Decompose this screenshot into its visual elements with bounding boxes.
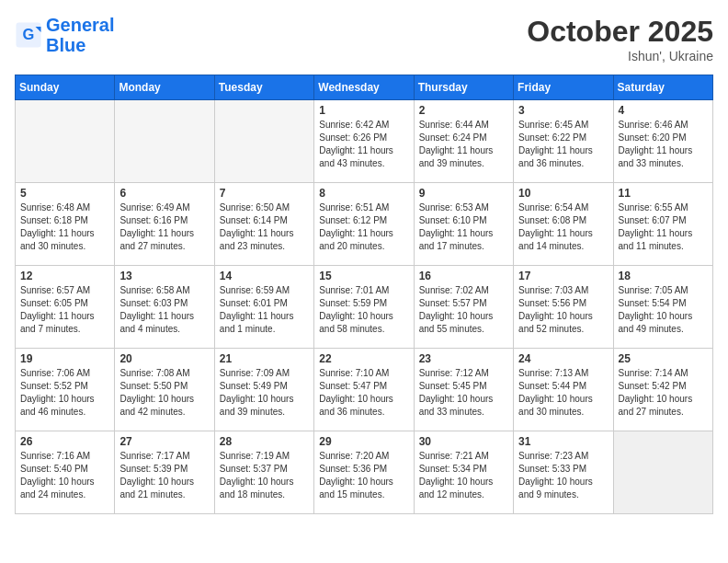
day-number: 28 [220, 435, 309, 448]
day-info: Sunrise: 6:44 AMSunset: 6:24 PMDaylight:… [419, 119, 508, 170]
calendar-cell: 22Sunrise: 7:10 AMSunset: 5:47 PMDayligh… [314, 349, 414, 431]
calendar-cell: 24Sunrise: 7:13 AMSunset: 5:44 PMDayligh… [514, 349, 613, 431]
day-number: 12 [20, 270, 109, 282]
day-number: 5 [20, 187, 109, 200]
weekday-header-friday: Friday [514, 75, 613, 100]
calendar-cell: 6Sunrise: 6:49 AMSunset: 6:16 PMDaylight… [115, 183, 214, 266]
day-info: Sunrise: 7:05 AMSunset: 5:54 PMDaylight:… [619, 284, 708, 336]
page-header: G GeneralBlue October 2025 Ishun', Ukrai… [15, 15, 713, 63]
logo-text: GeneralBlue [46, 15, 114, 55]
calendar-cell: 18Sunrise: 7:05 AMSunset: 5:54 PMDayligh… [613, 266, 712, 349]
calendar-cell: 3Sunrise: 6:45 AMSunset: 6:22 PMDaylight… [514, 100, 613, 183]
day-info: Sunrise: 6:42 AMSunset: 6:26 PMDaylight:… [319, 119, 408, 170]
day-number: 25 [619, 352, 708, 365]
day-info: Sunrise: 7:06 AMSunset: 5:52 PMDaylight:… [20, 367, 109, 419]
day-info: Sunrise: 7:20 AMSunset: 5:36 PMDaylight:… [319, 450, 408, 501]
day-info: Sunrise: 6:46 AMSunset: 6:20 PMDaylight:… [619, 119, 708, 170]
weekday-header-saturday: Saturday [613, 75, 712, 100]
month-title: October 2025 [527, 15, 713, 49]
day-number: 15 [319, 270, 408, 282]
weekday-header-row: SundayMondayTuesdayWednesdayThursdayFrid… [16, 75, 713, 100]
calendar-cell [115, 100, 214, 183]
day-info: Sunrise: 7:12 AMSunset: 5:45 PMDaylight:… [419, 367, 508, 419]
calendar-cell: 19Sunrise: 7:06 AMSunset: 5:52 PMDayligh… [16, 349, 115, 431]
day-info: Sunrise: 7:23 AMSunset: 5:33 PMDaylight:… [518, 450, 608, 501]
week-row-1: 5Sunrise: 6:48 AMSunset: 6:18 PMDaylight… [16, 183, 713, 266]
day-number: 17 [518, 270, 608, 282]
calendar-table: SundayMondayTuesdayWednesdayThursdayFrid… [15, 75, 713, 514]
day-number: 30 [419, 435, 508, 448]
calendar-cell: 23Sunrise: 7:12 AMSunset: 5:45 PMDayligh… [414, 349, 513, 431]
weekday-header-sunday: Sunday [16, 75, 115, 100]
weekday-header-thursday: Thursday [414, 75, 513, 100]
location: Ishun', Ukraine [527, 49, 713, 63]
svg-text:G: G [23, 26, 35, 42]
week-row-0: 1Sunrise: 6:42 AMSunset: 6:26 PMDaylight… [16, 100, 713, 183]
day-info: Sunrise: 7:01 AMSunset: 5:59 PMDaylight:… [319, 284, 408, 336]
day-info: Sunrise: 7:10 AMSunset: 5:47 PMDaylight:… [319, 367, 408, 419]
day-info: Sunrise: 6:54 AMSunset: 6:08 PMDaylight:… [518, 201, 608, 253]
calendar-cell: 30Sunrise: 7:21 AMSunset: 5:34 PMDayligh… [414, 431, 513, 514]
day-number: 9 [419, 187, 508, 200]
day-number: 10 [518, 187, 608, 200]
day-info: Sunrise: 7:19 AMSunset: 5:37 PMDaylight:… [220, 450, 309, 501]
day-number: 27 [119, 435, 209, 448]
weekday-header-wednesday: Wednesday [314, 75, 414, 100]
calendar-cell: 7Sunrise: 6:50 AMSunset: 6:14 PMDaylight… [214, 183, 313, 266]
day-info: Sunrise: 7:17 AMSunset: 5:39 PMDaylight:… [119, 450, 209, 501]
weekday-header-tuesday: Tuesday [214, 75, 313, 100]
day-info: Sunrise: 7:16 AMSunset: 5:40 PMDaylight:… [20, 450, 109, 501]
day-info: Sunrise: 6:59 AMSunset: 6:01 PMDaylight:… [220, 284, 309, 336]
day-number: 22 [319, 352, 408, 365]
calendar-cell: 8Sunrise: 6:51 AMSunset: 6:12 PMDaylight… [314, 183, 414, 266]
week-row-2: 12Sunrise: 6:57 AMSunset: 6:05 PMDayligh… [16, 266, 713, 349]
day-number: 14 [220, 270, 309, 282]
day-info: Sunrise: 6:45 AMSunset: 6:22 PMDaylight:… [518, 119, 608, 170]
day-number: 19 [20, 352, 109, 365]
calendar-cell: 13Sunrise: 6:58 AMSunset: 6:03 PMDayligh… [115, 266, 214, 349]
calendar-cell: 15Sunrise: 7:01 AMSunset: 5:59 PMDayligh… [314, 266, 414, 349]
day-number: 18 [619, 270, 708, 282]
calendar-cell: 26Sunrise: 7:16 AMSunset: 5:40 PMDayligh… [16, 431, 115, 514]
calendar-cell: 10Sunrise: 6:54 AMSunset: 6:08 PMDayligh… [514, 183, 613, 266]
calendar-cell: 29Sunrise: 7:20 AMSunset: 5:36 PMDayligh… [314, 431, 414, 514]
calendar-cell: 27Sunrise: 7:17 AMSunset: 5:39 PMDayligh… [115, 431, 214, 514]
day-number: 2 [419, 104, 508, 117]
calendar-cell: 5Sunrise: 6:48 AMSunset: 6:18 PMDaylight… [16, 183, 115, 266]
day-info: Sunrise: 6:53 AMSunset: 6:10 PMDaylight:… [419, 201, 508, 253]
day-info: Sunrise: 7:03 AMSunset: 5:56 PMDaylight:… [518, 284, 608, 336]
day-info: Sunrise: 7:21 AMSunset: 5:34 PMDaylight:… [419, 450, 508, 501]
calendar-cell: 14Sunrise: 6:59 AMSunset: 6:01 PMDayligh… [214, 266, 313, 349]
calendar-cell: 9Sunrise: 6:53 AMSunset: 6:10 PMDaylight… [414, 183, 513, 266]
day-info: Sunrise: 6:51 AMSunset: 6:12 PMDaylight:… [319, 201, 408, 253]
day-number: 21 [220, 352, 309, 365]
day-info: Sunrise: 6:49 AMSunset: 6:16 PMDaylight:… [119, 201, 209, 253]
calendar-cell: 16Sunrise: 7:02 AMSunset: 5:57 PMDayligh… [414, 266, 513, 349]
week-row-4: 26Sunrise: 7:16 AMSunset: 5:40 PMDayligh… [16, 431, 713, 514]
day-number: 31 [518, 435, 608, 448]
calendar-cell: 4Sunrise: 6:46 AMSunset: 6:20 PMDaylight… [613, 100, 712, 183]
day-number: 20 [119, 352, 209, 365]
day-number: 6 [119, 187, 209, 200]
day-info: Sunrise: 7:13 AMSunset: 5:44 PMDaylight:… [518, 367, 608, 419]
day-info: Sunrise: 7:14 AMSunset: 5:42 PMDaylight:… [619, 367, 708, 419]
week-row-3: 19Sunrise: 7:06 AMSunset: 5:52 PMDayligh… [16, 349, 713, 431]
calendar-cell: 2Sunrise: 6:44 AMSunset: 6:24 PMDaylight… [414, 100, 513, 183]
calendar-cell [214, 100, 313, 183]
day-info: Sunrise: 6:50 AMSunset: 6:14 PMDaylight:… [220, 201, 309, 253]
calendar-cell: 25Sunrise: 7:14 AMSunset: 5:42 PMDayligh… [613, 349, 712, 431]
day-number: 11 [619, 187, 708, 200]
day-info: Sunrise: 6:58 AMSunset: 6:03 PMDaylight:… [119, 284, 209, 336]
calendar-cell: 20Sunrise: 7:08 AMSunset: 5:50 PMDayligh… [115, 349, 214, 431]
logo-icon: G [15, 21, 42, 49]
calendar-cell: 11Sunrise: 6:55 AMSunset: 6:07 PMDayligh… [613, 183, 712, 266]
calendar-cell: 12Sunrise: 6:57 AMSunset: 6:05 PMDayligh… [16, 266, 115, 349]
day-number: 3 [518, 104, 608, 117]
logo: G GeneralBlue [15, 15, 114, 55]
title-block: October 2025 Ishun', Ukraine [527, 15, 713, 63]
day-number: 1 [319, 104, 408, 117]
day-number: 8 [319, 187, 408, 200]
weekday-header-monday: Monday [115, 75, 214, 100]
day-number: 26 [20, 435, 109, 448]
day-info: Sunrise: 7:08 AMSunset: 5:50 PMDaylight:… [119, 367, 209, 419]
